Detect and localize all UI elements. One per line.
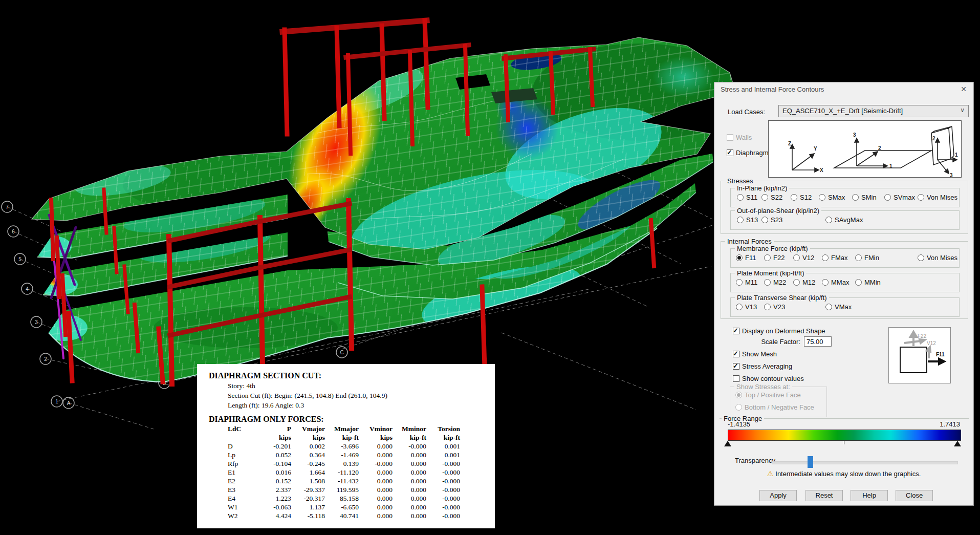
apply-button[interactable]: Apply (759, 490, 797, 501)
radio-v13[interactable]: V13 (736, 303, 757, 311)
dialog-titlebar[interactable]: Stress and Internal Force Contours ✕ (714, 82, 973, 96)
show-mesh-checkbox[interactable]: Show Mesh (733, 350, 777, 358)
force-value-cell: -6.650 (325, 503, 359, 512)
grid-bubble-label: 4 (26, 286, 29, 292)
unit-header: kip-ft (393, 434, 426, 442)
radio-s11[interactable]: S11 (737, 194, 757, 201)
show-stresses-at-group: Show Stresses at: Top / Positive Face Bo… (730, 387, 827, 417)
help-button[interactable]: Help (851, 490, 888, 501)
diaphragm-forces-table: LdC P Vmajor Mmajor Vminor Mminor Torsio… (228, 425, 460, 521)
force-value-cell: 0.000 (393, 503, 426, 512)
radio-vonmises-stress[interactable]: Von Mises (918, 194, 957, 201)
radio-fmin[interactable]: FMin (855, 254, 879, 262)
radio-fmin-label: FMin (864, 254, 879, 262)
force-value-cell: 1.137 (291, 503, 325, 512)
radio-bottom-face[interactable]: Bottom / Negative Face (735, 403, 814, 411)
radio-smin-label: SMin (861, 194, 877, 201)
radio-vmax[interactable]: VMax (825, 303, 852, 311)
radio-v23[interactable]: V23 (764, 303, 785, 311)
stress-averaging-checkbox[interactable]: Stress Averaging (733, 362, 792, 370)
col-header: Vmajor (291, 425, 325, 434)
plate-axis2-label: 2 (878, 145, 881, 151)
unit-header: kips (359, 434, 393, 442)
radio-savgmax[interactable]: SAvgMax (825, 216, 863, 224)
length-angle-line: Length (ft): 19.6 Angle: 0.3 (228, 401, 495, 410)
force-value-cell: 0.000 (393, 468, 426, 477)
internal-forces-title: Internal Forces (725, 238, 774, 245)
axis-diagram: Z Y X 3 2 1 2 1 3 (769, 121, 961, 177)
slab-axis3-label: 3 (950, 173, 953, 177)
radio-mmax[interactable]: MMax (822, 279, 849, 286)
radio-smax[interactable]: SMax (819, 194, 845, 201)
load-case-cell: Lp (228, 451, 257, 460)
scale-factor-input[interactable] (804, 336, 832, 347)
force-value-cell: 0.002 (291, 442, 325, 451)
load-cases-select[interactable]: EQ_ASCE710_X_+E_Drft [Seismic-Drift] ∨ (778, 105, 969, 117)
force-value-cell: 0.000 (359, 486, 393, 495)
close-icon[interactable]: ✕ (959, 84, 968, 94)
load-case-cell: E1 (228, 468, 257, 477)
load-cases-label: Load Cases: (728, 108, 765, 116)
range-min-handle[interactable] (724, 441, 731, 446)
close-button[interactable]: Close (896, 490, 933, 501)
in-plane-group: In-Plane (kip/in2) S11 S22 S12 SMax SMin… (730, 188, 960, 207)
plate-shear-title: Plate Transverse Shear (kip/ft) (735, 294, 829, 302)
radio-s13[interactable]: S13 (737, 216, 758, 224)
radio-m22[interactable]: M22 (764, 279, 786, 286)
force-value-cell: 0.000 (393, 495, 426, 503)
transparency-label: Transparency (735, 457, 775, 464)
radio-fmax[interactable]: FMax (822, 254, 848, 262)
diaphragm-checkbox[interactable]: Diaphragm (727, 149, 769, 157)
grid-bubble-label: C (340, 350, 343, 355)
contour-values-checkbox[interactable]: Show contour values (733, 375, 804, 382)
radio-s23[interactable]: S23 (761, 216, 782, 224)
radio-s13-label: S13 (746, 216, 758, 224)
force-value-cell: -0.000 (426, 503, 460, 512)
radio-v12[interactable]: V12 (793, 254, 814, 262)
force-value-cell: -0.063 (257, 503, 291, 512)
diaphragm-section-cut-panel: DIAPHRAGM SECTION CUT: Story: 4th Sectio… (197, 364, 495, 528)
radio-top-face-label: Top / Positive Face (745, 391, 801, 399)
force-value-cell: 0.364 (291, 451, 325, 460)
deformed-shape-checkbox[interactable]: Display on Deformed Shape (733, 327, 825, 335)
force-value-cell: -11.120 (325, 468, 359, 477)
force-value-cell: 0.000 (393, 477, 426, 486)
radio-mmin[interactable]: MMin (855, 279, 881, 286)
force-value-cell: 0.000 (393, 451, 426, 460)
element-force-diagram-box: F22 V12 F11 (888, 327, 951, 383)
reset-button[interactable]: Reset (805, 490, 843, 501)
load-case-cell: E2 (228, 477, 257, 486)
radio-m12[interactable]: M12 (793, 279, 815, 286)
element-force-diagram: F22 V12 F11 (889, 328, 950, 383)
radio-s12[interactable]: S12 (791, 194, 812, 201)
transparency-slider-track[interactable] (772, 461, 958, 464)
walls-checkbox-box[interactable] (727, 134, 733, 141)
radio-bottom-face-label: Bottom / Negative Face (745, 403, 814, 411)
radio-smin[interactable]: SMin (852, 194, 877, 201)
radio-svmax[interactable]: SVmax (884, 194, 915, 201)
diaphragm-checkbox-box[interactable] (727, 149, 733, 156)
stresses-group: Stresses In-Plane (kip/in2) S11 S22 S12 … (721, 181, 968, 234)
radio-f11[interactable]: F11 (736, 254, 756, 262)
radio-s22-label: S22 (771, 194, 782, 201)
transparency-slider-thumb[interactable] (808, 456, 813, 468)
radio-vonmises-force[interactable]: Von Mises (918, 254, 957, 262)
force-value-cell: -11.432 (325, 477, 359, 486)
force-range-colorbar[interactable] (728, 430, 961, 441)
walls-checkbox[interactable]: Walls (727, 134, 752, 141)
radio-f22[interactable]: F22 (764, 254, 785, 262)
v12-arrow-label: V12 (927, 340, 936, 346)
force-value-cell: -0.000 (426, 512, 460, 521)
membrane-force-title: Membrane Force (kip/ft) (735, 245, 810, 252)
grid-bubble-label: 6 (12, 229, 15, 234)
plate-axis1-label: 1 (889, 163, 892, 169)
radio-s22[interactable]: S22 (761, 194, 782, 201)
grid-bubble-label: 2 (44, 356, 47, 362)
load-case-cell: E4 (228, 495, 257, 503)
force-value-cell: 40.741 (325, 512, 359, 521)
radio-top-face[interactable]: Top / Positive Face (735, 391, 801, 399)
f11-arrow-label: F11 (936, 352, 945, 357)
radio-m11[interactable]: M11 (736, 279, 757, 286)
range-max-handle[interactable] (954, 441, 961, 446)
radio-mmax-label: MMax (831, 279, 849, 286)
